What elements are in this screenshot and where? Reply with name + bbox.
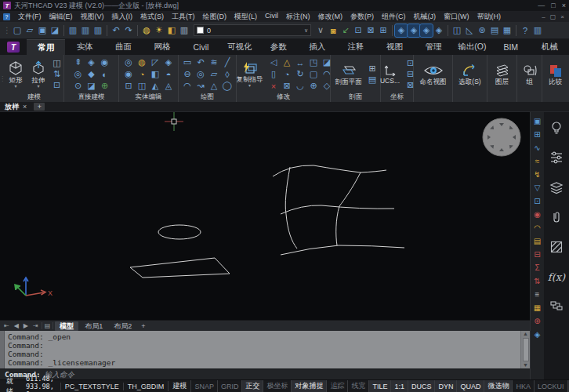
tool-icon[interactable]: ◎ (195, 69, 207, 80)
tool-icon[interactable]: ▭ (182, 57, 194, 68)
tool-icon[interactable]: ↯ (532, 169, 543, 180)
tool-icon[interactable]: ↶ (195, 57, 207, 68)
tool-icon[interactable]: ▢ (308, 69, 320, 80)
tool-icon[interactable]: ⇅ (532, 275, 543, 286)
command-input[interactable] (45, 370, 525, 379)
box-button[interactable]: 矩形 ▾ (5, 60, 26, 89)
menu-item[interactable]: 帮助(H) (473, 12, 506, 22)
toolbar-grip[interactable]: ⋮ (3, 26, 9, 34)
status-toggle[interactable]: TILE (368, 380, 390, 392)
dim-style-field[interactable]: TH_GBDIM (123, 383, 169, 390)
tool-icon[interactable]: ⊕ (308, 81, 320, 92)
tool-icon[interactable]: ◔ (281, 69, 293, 80)
menu-item[interactable]: 窗口(W) (440, 12, 473, 22)
tool-icon[interactable]: ◬ (163, 81, 175, 92)
menu-item[interactable]: 工具(T) (168, 12, 199, 22)
tool-icon[interactable]: ⊡ (51, 80, 63, 91)
panel-label[interactable]: 建模 (5, 92, 63, 102)
ribbon-tab[interactable]: 注释 (336, 39, 375, 55)
tool-icon[interactable]: △ (208, 81, 220, 92)
plot-preview-icon[interactable]: ▥ (79, 24, 92, 37)
ribbon-tab[interactable]: 机械 (530, 39, 568, 55)
select-fence-icon[interactable]: ⊞ (377, 24, 390, 37)
menu-item[interactable]: 格式(S) (136, 12, 168, 22)
tool-icon[interactable]: ◉ (123, 69, 135, 80)
tool-icon[interactable]: ⊕ (532, 315, 543, 326)
ribbon-tab[interactable]: 常用 (27, 39, 65, 55)
tool-icon[interactable]: ▦ (532, 302, 543, 313)
mdi-close-button[interactable]: × (560, 13, 564, 20)
layout-tab[interactable]: 布局1 (80, 321, 107, 331)
group-button[interactable]: 组 (520, 63, 540, 86)
tool-icon[interactable]: ◈ (85, 57, 97, 68)
layout-list-icon[interactable]: ▤ (42, 322, 54, 329)
eraser-icon[interactable]: ◺ (463, 24, 476, 37)
prev-layout-button[interactable]: ◀ (13, 322, 20, 329)
last-layout-button[interactable]: ⇥ (31, 322, 40, 329)
ellipse-shape[interactable] (158, 225, 201, 239)
menu-item[interactable]: 组件(C) (378, 12, 410, 22)
view-cube-icon[interactable]: ◈ (408, 24, 420, 37)
tool-icon[interactable]: ↻ (295, 69, 306, 80)
ribbon-tab[interactable]: 管理 (414, 39, 452, 55)
toolbar-icon[interactable] (448, 25, 448, 36)
tool-icon[interactable]: ◳ (308, 57, 320, 68)
status-toggle[interactable]: 微选物 (484, 380, 512, 392)
tool-icon[interactable]: ∿ (532, 142, 543, 153)
lightbulb-icon[interactable] (547, 118, 566, 137)
scroll-up-icon[interactable]: ▲ (523, 331, 528, 337)
status-toggle[interactable]: SNAP (190, 380, 217, 392)
status-toggle[interactable]: LOCKUI (534, 380, 567, 392)
save-as-icon[interactable]: ◪ (49, 24, 61, 37)
tool-icon[interactable]: ◐ (99, 69, 111, 80)
menu-item[interactable]: 绘图(D) (199, 12, 231, 22)
sheet-set-icon[interactable]: ▤ (488, 24, 501, 37)
ribbon-tab[interactable]: 参数 (259, 39, 298, 55)
publish-icon[interactable]: ▥ (92, 24, 104, 37)
tool-icon[interactable]: ◍ (136, 57, 148, 68)
named-view-button[interactable]: 命名视图 (418, 63, 449, 86)
scrollbar-thumb[interactable] (523, 338, 529, 361)
tool-icon[interactable]: ↝ (195, 81, 207, 92)
panel-label[interactable]: 修改 (237, 92, 330, 102)
tool-icon[interactable]: ◠ (532, 222, 543, 233)
tool-icon[interactable]: ◭ (150, 81, 161, 92)
ribbon-tab[interactable]: 可视化 (220, 39, 259, 55)
tool-icon[interactable]: ≡ (532, 289, 543, 299)
redo-icon[interactable]: ↷ (122, 24, 135, 37)
status-toggle[interactable]: DYN (434, 380, 456, 392)
tool-icon[interactable]: ⊡ (123, 81, 135, 92)
tool-icon[interactable]: ◪ (85, 81, 97, 92)
status-toggle[interactable]: DUCS (408, 380, 435, 392)
tool-icon[interactable]: ↔ (295, 57, 306, 68)
image-ref-icon[interactable]: ▦ (501, 24, 513, 37)
tool-icon[interactable]: ◉ (532, 209, 543, 220)
toolbar-icon[interactable] (392, 25, 393, 36)
panel-label[interactable]: 实体编辑 (119, 92, 178, 102)
tool-icon[interactable]: ◠ (182, 81, 194, 92)
tool-icon[interactable]: ◊ (222, 69, 234, 80)
menu-item[interactable]: 标注(N) (282, 12, 314, 22)
toolbar-icon[interactable] (107, 25, 107, 36)
toolbar-icon[interactable] (516, 25, 516, 36)
ribbon-tab[interactable]: BIM (491, 39, 530, 55)
tool-icon[interactable]: ⊡ (532, 195, 543, 206)
menu-item[interactable]: 插入(I) (108, 12, 137, 22)
select-window-icon[interactable]: ⊡ (352, 24, 364, 37)
add-layout-button[interactable]: + (138, 322, 148, 330)
new-file-icon[interactable]: ▢ (11, 24, 24, 37)
match-properties-icon[interactable]: ◙ (327, 24, 339, 37)
section-plane-button[interactable]: 剖面平面 (333, 63, 364, 86)
tool-icon[interactable]: ◸ (150, 57, 161, 68)
eyedropper-icon[interactable]: ↙ (339, 24, 352, 37)
tool-icon[interactable]: ◫ (51, 58, 63, 69)
tool-icon[interactable]: ⇞ (72, 57, 84, 68)
panel-label[interactable]: 剖面 (331, 92, 380, 102)
ribbon-app-menu-button[interactable]: T (2, 40, 25, 54)
view-cube-icon[interactable]: ◈ (433, 24, 445, 37)
new-tab-button[interactable]: + (34, 103, 45, 111)
drawing-canvas[interactable]: X (0, 112, 530, 320)
ribbon-tab[interactable]: 视图 (375, 39, 414, 55)
menu-item[interactable]: 参数(P) (346, 12, 378, 22)
print-small-icon[interactable]: ▥ (178, 24, 190, 37)
